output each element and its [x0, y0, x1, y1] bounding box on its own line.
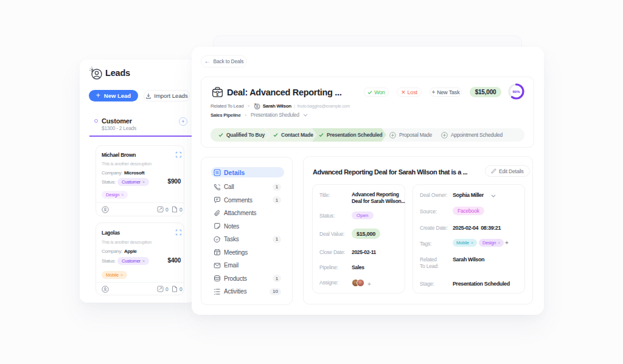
svg-text:$: $: [91, 68, 94, 73]
svg-text:$: $: [217, 93, 219, 97]
svg-text:60%: 60%: [512, 90, 520, 94]
